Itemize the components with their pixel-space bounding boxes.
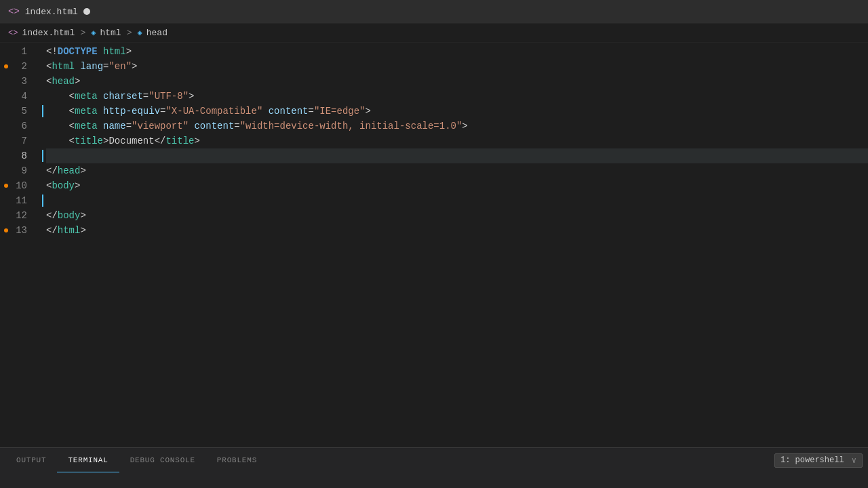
breadcrumb-file[interactable]: index.html [22, 28, 75, 38]
token: > [126, 44, 132, 59]
panel-tab-label: PROBLEMS [217, 456, 257, 464]
token [189, 119, 194, 134]
breadcrumb-sep2: > [127, 28, 132, 38]
token: > [194, 134, 199, 148]
token [46, 119, 69, 134]
line-number: 7 [0, 134, 27, 148]
line-number: 12 [0, 208, 27, 223]
token [98, 44, 103, 59]
token: > [80, 163, 85, 178]
code-line: </html> [46, 223, 868, 238]
token: lang [80, 59, 103, 74]
panel-tab-problems[interactable]: PROBLEMS [206, 448, 268, 472]
token: head [52, 74, 75, 89]
token: meta [75, 104, 98, 119]
line-number: 5 [0, 104, 27, 119]
panel-tab-debug-console[interactable]: DEBUG CONSOLE [119, 448, 206, 472]
token: > [462, 119, 467, 134]
token: content [194, 119, 234, 134]
token [98, 89, 103, 104]
breadcrumb-head-icon: ◈ [138, 28, 142, 38]
code-content[interactable]: <!DOCTYPE html><html lang="en"><head> <m… [41, 43, 868, 447]
token: <! [46, 44, 58, 59]
terminal-selector[interactable]: 1: powershell ∨ [774, 453, 863, 468]
token [75, 59, 80, 74]
token: = [143, 89, 149, 104]
line-number: 3 [0, 74, 27, 89]
line-number: 9 [0, 163, 27, 178]
breadcrumb-file-icon: <> [8, 28, 18, 38]
chevron-down-icon: ∨ [852, 455, 856, 466]
code-line [46, 148, 868, 163]
token: </ [155, 134, 166, 148]
code-line [46, 193, 868, 208]
token: head [58, 163, 81, 178]
token: = [309, 104, 314, 119]
token: "en" [108, 59, 132, 74]
panel-tab-output[interactable]: OUTPUT [5, 448, 57, 472]
token: meta [75, 119, 98, 134]
token: = [234, 119, 239, 134]
panel-tab-label: TERMINAL [68, 456, 108, 464]
code-line: <html lang="en"> [46, 59, 868, 74]
cursor-bar [42, 150, 43, 162]
token [98, 119, 103, 134]
cursor-bar [42, 105, 43, 117]
token [46, 89, 69, 104]
token: > [189, 89, 194, 104]
token: Document [108, 134, 154, 148]
token: > [75, 178, 80, 193]
token: title [165, 134, 194, 148]
token: "X-UA-Compatible" [165, 104, 262, 119]
token: > [366, 104, 371, 119]
line-number: 6 [0, 119, 27, 134]
editor[interactable]: 12345678910111213 <!DOCTYPE html><html l… [0, 43, 868, 447]
code-line: <title>Document</title> [46, 134, 868, 148]
token: < [69, 134, 75, 148]
token: "UTF-8" [149, 89, 189, 104]
tab-filename[interactable]: index.html [25, 7, 78, 17]
token: name [103, 119, 126, 134]
code-line: <meta http-equiv="X-UA-Compatible" conte… [46, 104, 868, 119]
token [262, 104, 268, 119]
token: DOCTYPE [58, 44, 98, 59]
terminal-label: 1: powershell [781, 455, 844, 465]
token: < [46, 59, 52, 74]
token: > [75, 74, 80, 89]
token: = [126, 119, 132, 134]
code-line: <!DOCTYPE html> [46, 44, 868, 59]
code-line: <meta charset="UTF-8"> [46, 89, 868, 104]
breadcrumb-head[interactable]: head [146, 28, 167, 38]
token: > [80, 208, 85, 223]
line-number: 1 [0, 44, 27, 59]
token: < [46, 74, 52, 89]
token: title [75, 134, 103, 148]
code-line: </head> [46, 163, 868, 178]
token: > [103, 134, 108, 148]
breadcrumb-html-icon: ◈ [91, 28, 96, 38]
token: html [52, 59, 75, 74]
line-number: 11 [0, 193, 27, 208]
line-number: 4 [0, 89, 27, 104]
token: < [69, 89, 75, 104]
token [98, 104, 103, 119]
bottom-panel: OUTPUTTERMINALDEBUG CONSOLEPROBLEMS 1: p… [0, 447, 868, 488]
breadcrumb: <> index.html > ◈ html > ◈ head [0, 24, 868, 43]
token: = [160, 104, 165, 119]
cursor-bar [42, 195, 43, 207]
code-line: <body> [46, 178, 868, 193]
breadcrumb-html[interactable]: html [100, 28, 121, 38]
token: </ [46, 208, 58, 223]
token: > [132, 59, 137, 74]
panel-tab-label: DEBUG CONSOLE [130, 456, 195, 464]
token: charset [103, 89, 143, 104]
token [46, 104, 69, 119]
token: </ [46, 163, 58, 178]
panel-tab-label: OUTPUT [16, 456, 46, 464]
token: < [69, 104, 75, 119]
panel-tab-terminal[interactable]: TERMINAL [57, 448, 119, 472]
token: meta [75, 89, 98, 104]
token: "width=device-width, initial-scale=1.0" [240, 119, 462, 134]
token: body [52, 178, 75, 193]
token: = [103, 59, 108, 74]
